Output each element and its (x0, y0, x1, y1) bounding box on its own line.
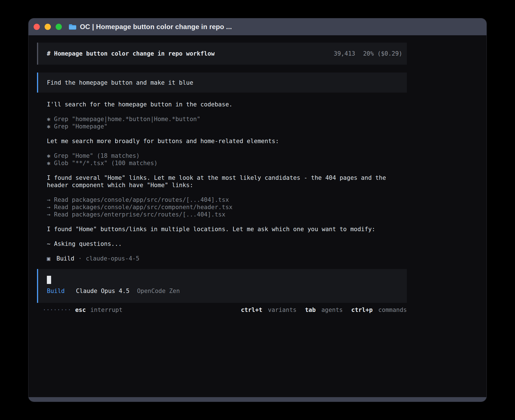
shortcut-commands: ctrl+p commands (351, 306, 407, 314)
status-bar: ········ esc interrupt ctrl+t variants t… (37, 306, 407, 314)
shortcut-label: agents (321, 306, 343, 314)
status-text: ~ Asking questions... (47, 240, 407, 248)
agent-model: claude-opus-4-5 (86, 255, 139, 262)
tool-call-line: ✱ Grep "Homepage" (47, 123, 407, 130)
tool-call-line: ✱ Grep "homepage|home.*button|Home.*butt… (47, 115, 407, 123)
agent-name: Build (56, 255, 74, 262)
shortcut-agents: tab agents (305, 306, 343, 314)
zoom-button[interactable] (56, 24, 62, 30)
shortcut-key: tab (305, 306, 316, 314)
window-bottom-edge (29, 397, 486, 402)
shortcut-label: variants (268, 306, 296, 314)
folder-icon (69, 24, 77, 30)
agent-icon: ▣ (47, 255, 50, 262)
tool-call-line: → Read packages/console/app/src/componen… (47, 204, 407, 211)
session-header: # Homepage button color change in repo w… (37, 43, 407, 65)
agent-status: ▣ Build · claude-opus-4-5 (47, 255, 407, 262)
provider-label: OpenCode Zen (137, 288, 180, 294)
shortcut-key: esc (75, 306, 86, 314)
user-message-text: Find the homepage button and make it blu… (47, 79, 193, 86)
assistant-text: Let me search more broadly for buttons a… (47, 137, 407, 145)
terminal-window: OC | Homepage button color change in rep… (28, 18, 487, 402)
context-usage: 20% ($0.29) (363, 50, 402, 57)
conversation: I'll search for the homepage button in t… (37, 101, 407, 262)
shortcut-key: ctrl+p (351, 306, 373, 314)
window-title: OC | Homepage button color change in rep… (80, 23, 232, 31)
shortcut-variants: ctrl+t variants (241, 306, 296, 314)
assistant-text-line: I found several "Home" links. Let me loo… (47, 174, 407, 181)
assistant-text-line: Let me search more broadly for buttons a… (47, 137, 407, 145)
tool-call-line: → Read packages/enterprise/src/routes/[.… (47, 211, 407, 218)
assistant-text: I found several "Home" links. Let me loo… (47, 174, 407, 189)
traffic-lights (34, 24, 62, 30)
shortcut-group: ctrl+t variants tab agents ctrl+p comman… (241, 306, 407, 314)
status-line: ~ Asking questions... (47, 240, 407, 248)
tool-calls: ✱ Grep "Home" (18 matches) ✱ Glob "**/*.… (47, 152, 407, 167)
tool-calls: ✱ Grep "homepage|home.*button|Home.*butt… (47, 115, 407, 130)
user-message: Find the homepage button and make it blu… (37, 73, 407, 93)
prompt-input[interactable]: Build Claude Opus 4.5 OpenCode Zen (37, 269, 407, 303)
minimize-button[interactable] (45, 24, 51, 30)
tool-call-line: ✱ Grep "Home" (18 matches) (47, 152, 407, 159)
tool-call-line: → Read packages/console/app/src/routes/[… (47, 196, 407, 204)
terminal-content: # Homepage button color change in repo w… (29, 35, 486, 397)
text-cursor (47, 276, 51, 284)
session-title: # Homepage button color change in repo w… (47, 50, 215, 57)
shortcut-label: commands (378, 306, 407, 314)
tool-calls: → Read packages/console/app/src/routes/[… (47, 196, 407, 218)
shortcut-label: interrupt (90, 306, 123, 314)
window-titlebar[interactable]: OC | Homepage button color change in rep… (29, 18, 486, 35)
progress-dots: ········ (43, 306, 71, 314)
model-label: Claude Opus 4.5 (76, 288, 130, 294)
token-count: 39,413 (334, 50, 355, 57)
assistant-text: I'll search for the homepage button in t… (47, 101, 407, 108)
agent-separator: · (78, 255, 82, 262)
assistant-text-line: I'll search for the homepage button in t… (47, 101, 407, 108)
mode-label: Build (47, 288, 65, 294)
shortcut-key: ctrl+t (241, 306, 262, 314)
input-mode-line: Build Claude Opus 4.5 OpenCode Zen (47, 287, 407, 295)
assistant-text-line: I found "Home" buttons/links in multiple… (47, 226, 407, 233)
close-button[interactable] (34, 24, 40, 30)
assistant-text-line: header component which have "Home" links… (47, 181, 407, 189)
session-meta: 39,413 20% ($0.29) (334, 50, 402, 57)
tool-call-line: ✱ Glob "**/*.tsx" (100 matches) (47, 159, 407, 167)
shortcut-interrupt: esc interrupt (75, 306, 123, 314)
assistant-text: I found "Home" buttons/links in multiple… (47, 226, 407, 233)
